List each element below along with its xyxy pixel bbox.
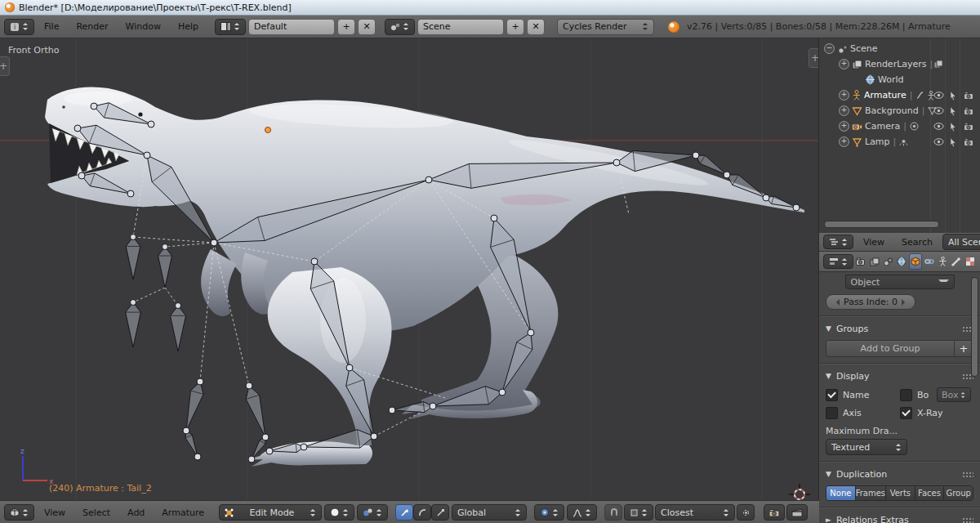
outliner-row-renderlayers[interactable]: + RenderLayers | [819, 56, 980, 72]
draw-type-select[interactable]: Textured [826, 439, 907, 455]
outliner-row-armature[interactable]: + Armature | [819, 87, 980, 103]
selectability-cursor-icon[interactable] [949, 106, 957, 116]
pivot-center-select[interactable] [534, 504, 564, 521]
visibility-eye-icon[interactable] [933, 138, 944, 145]
render-engine-select[interactable]: Cycles Render [557, 19, 654, 35]
snap-toggle-button[interactable] [604, 504, 622, 521]
pivot-point-select[interactable] [357, 504, 388, 521]
panel-grip-icon[interactable] [962, 472, 973, 477]
selectability-cursor-icon[interactable] [949, 91, 957, 101]
renderability-camera-icon[interactable] [964, 107, 974, 115]
pass-index-slider[interactable]: Pass Inde: 0 [826, 294, 915, 310]
outliner-row-world[interactable]: World [819, 72, 980, 87]
manipulator-rotate-button[interactable] [413, 504, 431, 521]
panel-display-header[interactable]: ▼Display [826, 369, 973, 382]
camera-data-icon[interactable] [910, 122, 919, 131]
checkbox-axis[interactable] [826, 407, 838, 419]
decrement-arrow-icon[interactable] [833, 299, 840, 306]
renderability-camera-icon[interactable] [964, 138, 974, 146]
menu-select[interactable]: Select [75, 507, 118, 518]
menu-help[interactable]: Help [171, 21, 206, 32]
panel-duplication-header[interactable]: ▼Duplication [826, 467, 973, 481]
outliner-horizontal-scrollbar[interactable] [824, 221, 939, 228]
scene-add-button[interactable]: + [506, 19, 524, 35]
menu-view[interactable]: View [37, 507, 73, 518]
snap-peel-button[interactable] [737, 504, 755, 521]
checkbox-name[interactable] [826, 389, 838, 401]
snap-element-select[interactable] [624, 504, 653, 521]
tab-object-data[interactable] [938, 254, 949, 269]
menu-outliner-search[interactable]: Search [894, 237, 940, 248]
properties-panel[interactable]: Object Pass Inde: 0 ▼Groups Add to Group… [819, 272, 980, 523]
panel-grip-icon[interactable] [962, 517, 973, 523]
option-group[interactable]: Group [944, 486, 973, 500]
visibility-eye-icon[interactable] [933, 107, 944, 114]
tab-render[interactable] [855, 254, 866, 269]
properties-editor-type-selector[interactable] [823, 254, 853, 269]
layout-close-button[interactable]: ✕ [358, 19, 376, 35]
pose-icon[interactable] [915, 91, 924, 100]
selectability-cursor-icon[interactable] [949, 122, 957, 132]
option-verts[interactable]: Verts [886, 486, 915, 500]
screen-layout-icon-button[interactable] [215, 19, 246, 35]
bounds-type-select[interactable]: Box [937, 387, 971, 402]
manipulator-translate-button[interactable] [395, 504, 413, 521]
editor-type-selector[interactable]: i [4, 19, 34, 35]
mode-select[interactable]: Edit Mode [219, 504, 322, 521]
increment-arrow-icon[interactable] [902, 299, 908, 306]
expand-icon[interactable]: + [839, 121, 849, 132]
tab-bone[interactable] [951, 254, 962, 269]
viewport-editor-type-selector[interactable] [4, 504, 34, 521]
tab-world[interactable] [895, 254, 906, 269]
renderability-camera-icon[interactable] [964, 92, 974, 100]
manipulator-scale-button[interactable] [431, 504, 449, 521]
outliner-row-scene[interactable]: − Scene [819, 41, 980, 56]
panel-relations-extras-header[interactable]: ►Relations Extras [826, 513, 973, 523]
tab-scene[interactable] [882, 254, 893, 269]
panel-groups-header[interactable]: ▼Groups [826, 322, 973, 335]
visibility-eye-icon[interactable] [933, 92, 944, 99]
visibility-eye-icon[interactable] [933, 123, 944, 130]
scene-selector-icon-button[interactable] [385, 19, 415, 35]
snap-target-select[interactable]: Closest [655, 504, 735, 521]
menu-add[interactable]: Add [120, 507, 152, 518]
layout-add-button[interactable]: + [337, 19, 355, 35]
menu-outliner-view[interactable]: View [856, 237, 892, 248]
checkbox-xray[interactable] [900, 407, 912, 419]
3d-viewport[interactable]: Front Ortho + + (240) Armature : Tail_2 … [0, 38, 819, 500]
scene-close-button[interactable]: ✕ [527, 19, 545, 35]
tab-constraints[interactable] [924, 254, 935, 269]
checkbox-bounds[interactable] [900, 389, 912, 401]
expand-icon[interactable]: + [839, 59, 849, 69]
proportional-edit-select[interactable] [567, 504, 597, 521]
outliner-row-camera[interactable]: + Camera | [819, 118, 980, 134]
add-to-group-button[interactable]: Add to Group [826, 340, 955, 357]
lamp-data-icon[interactable] [899, 137, 908, 146]
outliner-filter-select[interactable]: All Scenes [942, 234, 980, 250]
toolbar-expand-tab[interactable]: + [0, 56, 10, 76]
outliner-row-background[interactable]: + Background | [819, 103, 980, 118]
menu-render[interactable]: Render [69, 21, 115, 32]
expand-icon[interactable]: + [839, 90, 849, 101]
outliner-row-lamp[interactable]: + Lamp | [819, 134, 980, 150]
scene-name-field[interactable]: Scene [417, 19, 504, 35]
renderability-camera-icon[interactable] [964, 123, 974, 131]
option-faces[interactable]: Faces [915, 486, 945, 500]
tab-material[interactable] [964, 254, 976, 269]
outliner-editor-type-selector[interactable] [823, 235, 853, 249]
option-none[interactable]: None [826, 486, 856, 500]
opengl-render-button[interactable] [764, 504, 785, 521]
expand-icon[interactable]: + [839, 105, 849, 116]
option-frames[interactable]: Frames [856, 486, 886, 500]
tab-object[interactable] [909, 253, 922, 270]
transform-orientation-select[interactable]: Global [452, 504, 527, 521]
renderlayer-data-icon[interactable] [933, 60, 943, 69]
outliner[interactable]: − Scene + RenderLayers | World + Armatur… [819, 38, 980, 233]
menu-file[interactable]: File [37, 21, 66, 32]
screen-layout-name[interactable]: Default [248, 19, 335, 35]
sidebar-expand-tab[interactable]: + [808, 48, 819, 68]
expand-icon[interactable]: + [839, 136, 849, 147]
menu-armature[interactable]: Armature [154, 507, 212, 518]
properties-scrollbar[interactable] [971, 277, 978, 377]
collapse-icon[interactable]: − [824, 43, 835, 54]
